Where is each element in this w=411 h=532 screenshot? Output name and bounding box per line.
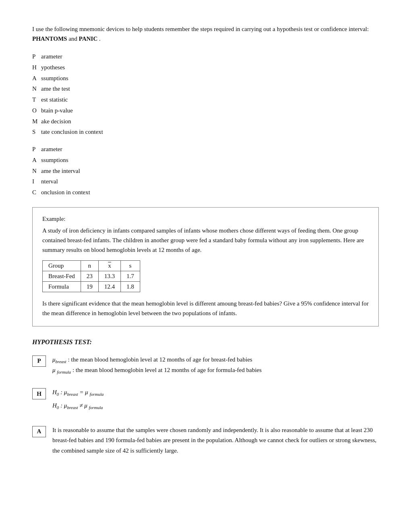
acronym-row: C onclusion in context	[32, 187, 379, 197]
step-a-block: A It is reasonable to assume that the sa…	[32, 425, 379, 456]
letter-N1: N	[32, 84, 41, 94]
acronym-row: A ssumptions	[32, 73, 379, 83]
col-header-s: s	[121, 260, 140, 271]
rest-A1: ssumptions	[41, 73, 379, 83]
acronym-row: H ypotheses	[32, 62, 379, 73]
letter-M: M	[32, 116, 41, 127]
p-line2: μ formula : the mean blood hemoglobin le…	[52, 365, 379, 376]
rest-A2: ssumptions	[41, 155, 379, 165]
intro-text: I use the following mnemonic devices to …	[32, 26, 369, 32]
acronym-row: I nterval	[32, 177, 379, 187]
letter-H: H	[32, 62, 41, 73]
p-line1: μbreast : the mean blood hemoglobin leve…	[52, 355, 379, 366]
intro-paragraph: I use the following mnemonic devices to …	[32, 24, 379, 44]
ha-line: H0 : μbreast ≠ μ formula	[52, 401, 379, 411]
mu-breast-symbol: μbreast	[52, 356, 66, 363]
letter-A1: A	[32, 73, 41, 83]
step-a-label: A	[32, 426, 46, 437]
step-h-content: H0 : μbreast = μ formula H0 : μbreast ≠ …	[52, 387, 379, 414]
cell-xbar2: 12.4	[98, 281, 120, 292]
rest-C: onclusion in context	[41, 187, 379, 197]
step-h-block: H H0 : μbreast = μ formula H0 : μbreast …	[32, 387, 379, 414]
letter-N2: N	[32, 166, 41, 176]
acronym-row: P arameter	[32, 52, 379, 62]
cell-xbar1: 13.3	[98, 271, 120, 281]
rest-P2: arameter	[41, 144, 379, 154]
letter-A2: A	[32, 155, 41, 165]
rest-I: nterval	[41, 177, 379, 187]
rest-M: ake decision	[41, 116, 379, 127]
table-row: Breast-Fed 23 13.3 1.7	[43, 271, 140, 281]
intro-period: .	[99, 35, 101, 42]
cell-s1: 1.7	[121, 271, 140, 281]
cell-group2: Formula	[43, 281, 81, 292]
rest-S: tate conclusion in context	[41, 127, 379, 137]
acronym-row: A ssumptions	[32, 155, 379, 165]
example-box: Example: A study of iron deficiency in i…	[32, 207, 379, 326]
rest-T: est statistic	[41, 95, 379, 105]
rest-O: btain p-value	[41, 106, 379, 116]
p-line1-text: : the mean blood hemoglobin level at 12 …	[68, 356, 252, 363]
letter-C: C	[32, 187, 41, 197]
letter-I: I	[32, 177, 41, 187]
letter-S: S	[32, 127, 41, 137]
cell-n1: 23	[81, 271, 98, 281]
cell-s2: 1.8	[121, 281, 140, 292]
step-p-block: P μbreast : the mean blood hemoglobin le…	[32, 355, 379, 376]
hypothesis-section: HYPOTHESIS TEST: P μbreast : the mean bl…	[32, 339, 379, 456]
step-a-content: It is reasonable to assume that the samp…	[52, 425, 379, 456]
intro-and: and	[68, 35, 79, 42]
acronym-row: M ake decision	[32, 116, 379, 127]
acronym-row: S tate conclusion in context	[32, 127, 379, 137]
rest-P1: arameter	[41, 52, 379, 62]
step-p-content: μbreast : the mean blood hemoglobin leve…	[52, 355, 379, 376]
table-row: Formula 19 12.4 1.8	[43, 281, 140, 292]
acronym-row: O btain p-value	[32, 106, 379, 116]
acronym-row: P arameter	[32, 144, 379, 154]
example-text: A study of iron deficiency in infants co…	[42, 226, 369, 255]
h0-symbol: H0 : μbreast = μ formula	[52, 389, 104, 395]
acronym-row: N ame the interval	[32, 166, 379, 176]
rest-N1: ame the test	[41, 84, 379, 94]
letter-P1: P	[32, 52, 41, 62]
intro-bold2: PANIC	[79, 35, 98, 42]
acronym-row: T est statistic	[32, 95, 379, 105]
cell-n2: 19	[81, 281, 98, 292]
mu-formula-symbol: μ formula	[52, 367, 71, 373]
question-text: Is there significant evidence that the m…	[42, 299, 369, 318]
letter-P2: P	[32, 144, 41, 154]
col-header-n: n	[81, 260, 98, 271]
cell-group1: Breast-Fed	[43, 271, 81, 281]
step-h-label: H	[32, 388, 46, 399]
step-p-label: P	[32, 355, 46, 367]
example-title: Example:	[42, 216, 369, 222]
panic-section: P arameter A ssumptions N ame the interv…	[32, 144, 379, 197]
p-line2-text: : the mean blood hemoglobin level at 12 …	[73, 367, 262, 373]
ha-symbol: H0 : μbreast ≠ μ formula	[52, 402, 103, 409]
rest-H: ypotheses	[41, 62, 379, 73]
data-table: Group n x s Breast-Fed 23 13.3 1.7 Formu…	[42, 260, 140, 292]
rest-N2: ame the interval	[41, 166, 379, 176]
letter-T: T	[32, 95, 41, 105]
h0-line: H0 : μbreast = μ formula	[52, 387, 379, 398]
col-header-xbar: x	[98, 260, 120, 271]
phantoms-section: P arameter H ypotheses A ssumptions N am…	[32, 52, 379, 137]
letter-O: O	[32, 106, 41, 116]
intro-bold1: PHANTOMS	[32, 35, 67, 42]
acronym-row: N ame the test	[32, 84, 379, 94]
col-header-group: Group	[43, 260, 81, 271]
section-heading: HYPOTHESIS TEST:	[32, 339, 379, 346]
